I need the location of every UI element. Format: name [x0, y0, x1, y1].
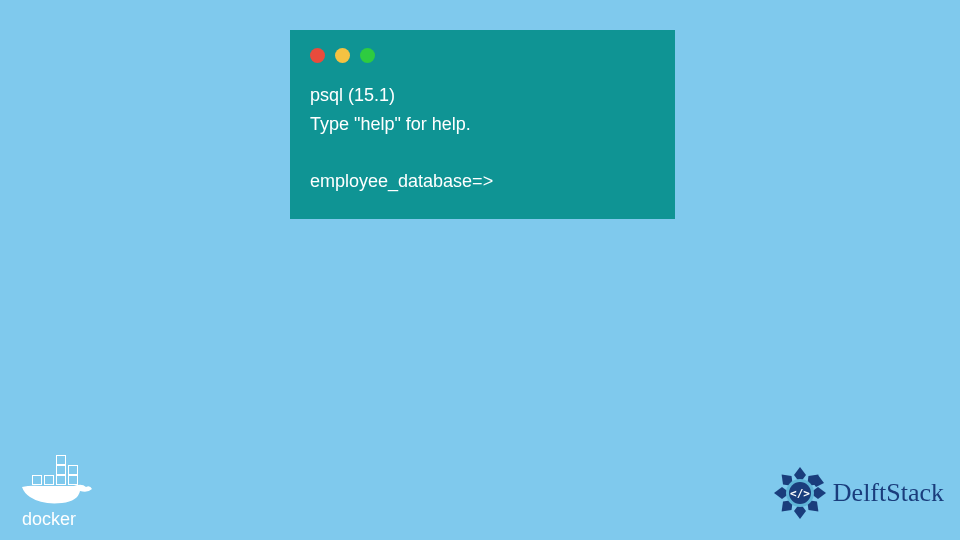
- docker-whale-icon: [22, 483, 94, 507]
- maximize-icon[interactable]: [360, 48, 375, 63]
- terminal-prompt: employee_database=>: [310, 167, 655, 196]
- delftstack-label: DelftStack: [833, 478, 944, 508]
- svg-text:</>: </>: [790, 487, 810, 500]
- docker-containers-icon: [32, 455, 94, 485]
- terminal-window: psql (15.1) Type "help" for help. employ…: [290, 30, 675, 219]
- terminal-blank-line: [310, 139, 655, 167]
- terminal-output-line: Type "help" for help.: [310, 110, 655, 139]
- delftstack-mandala-icon: </>: [771, 464, 829, 522]
- terminal-content[interactable]: psql (15.1) Type "help" for help. employ…: [310, 81, 655, 195]
- close-icon[interactable]: [310, 48, 325, 63]
- delftstack-logo: </> DelftStack: [771, 464, 944, 522]
- minimize-icon[interactable]: [335, 48, 350, 63]
- docker-logo: docker: [22, 455, 94, 530]
- window-traffic-lights: [310, 48, 655, 63]
- terminal-output-line: psql (15.1): [310, 81, 655, 110]
- docker-label: docker: [22, 509, 94, 530]
